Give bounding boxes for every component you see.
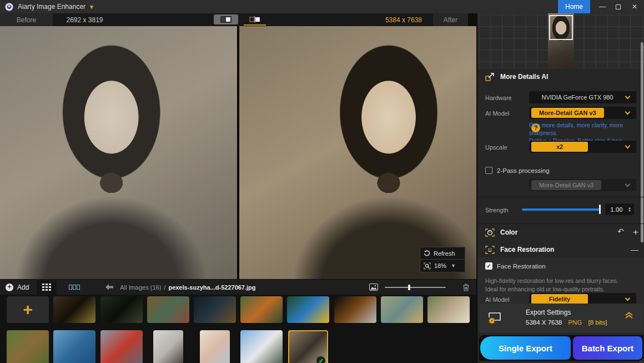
thumbnail-cell bbox=[285, 296, 331, 323]
two-pass-checkbox[interactable] bbox=[485, 167, 492, 174]
hardware-value: NVIDIA GeForce GTX 980 bbox=[529, 94, 626, 101]
breadcrumb[interactable]: All Images (16) bbox=[120, 284, 161, 291]
before-label: Before bbox=[0, 13, 53, 26]
face-restoration-header[interactable]: Face Restoration — bbox=[477, 242, 644, 257]
thumbnail-cell-empty bbox=[425, 330, 472, 363]
thumbnail-cell bbox=[238, 330, 285, 363]
two-pass-chevron-down-icon bbox=[625, 181, 631, 187]
refresh-label: Refresh bbox=[434, 250, 455, 257]
face-collapse-icon[interactable]: — bbox=[631, 245, 638, 254]
thumbnail-size-icon bbox=[369, 284, 378, 291]
delete-image-icon[interactable] bbox=[462, 284, 470, 291]
thumb-beaded-butterfly[interactable] bbox=[334, 296, 376, 323]
single-export-button[interactable]: Single Export bbox=[480, 336, 571, 360]
strength-value-box[interactable]: 1.00 ▲▼ bbox=[605, 203, 634, 215]
minimize-button[interactable]: — bbox=[595, 0, 610, 13]
thumbnail-cell: ✓ bbox=[285, 330, 331, 363]
strength-slider[interactable] bbox=[522, 208, 601, 211]
face-restoration-checkbox[interactable]: ✓ bbox=[485, 262, 492, 270]
thumb-sea-ship[interactable] bbox=[53, 330, 95, 363]
thumbnail-cell bbox=[238, 296, 285, 323]
color-undo-icon[interactable]: ↶ bbox=[617, 227, 624, 238]
export-settings-summary: 5384 X 7638 PNG [8 bits] bbox=[526, 319, 607, 326]
color-expand-icon[interactable]: + bbox=[633, 227, 638, 238]
batch-export-button[interactable]: Batch Export bbox=[573, 336, 642, 360]
thumb-highland-cow[interactable] bbox=[7, 330, 49, 363]
upscale-chevron-down-icon bbox=[625, 143, 631, 148]
thumbnail-cell bbox=[192, 296, 238, 323]
thumb-boy-plaid[interactable] bbox=[240, 296, 283, 323]
zoom-magnifier-icon bbox=[424, 262, 431, 270]
two-pass-row: 2-Pass processing bbox=[485, 167, 550, 174]
grid-view-button[interactable] bbox=[37, 280, 57, 295]
ai-model-label: AI Model bbox=[485, 110, 509, 117]
face-restoration-row: ✓ Face Restoration bbox=[485, 262, 546, 270]
selected-check-icon: ✓ bbox=[316, 356, 325, 363]
export-settings-title: Export Settings bbox=[526, 309, 571, 316]
image-canvas[interactable]: Refresh 18% ▼ bbox=[0, 26, 476, 279]
thumb-dark-mountains[interactable] bbox=[100, 296, 143, 323]
export-buttons: Single Export Batch Export bbox=[479, 335, 643, 361]
thumb-lake-lights[interactable] bbox=[194, 296, 236, 323]
thumbnail-size-slider[interactable] bbox=[385, 284, 446, 291]
add-image-button[interactable]: + Add bbox=[6, 284, 29, 291]
thumb-street-red-truck[interactable] bbox=[100, 330, 143, 363]
filmstrip-view-button[interactable] bbox=[64, 280, 84, 295]
thumb-macaw-parrot[interactable] bbox=[287, 296, 329, 323]
thumb-antler-pose[interactable] bbox=[153, 330, 183, 363]
thumb-three-girls[interactable] bbox=[427, 296, 470, 323]
strength-row: 1.00 ▲▼ bbox=[477, 203, 644, 216]
strength-stepper[interactable]: ▲▼ bbox=[628, 207, 631, 212]
hardware-label: Hardware bbox=[485, 95, 512, 101]
close-button[interactable]: ✕ bbox=[627, 0, 642, 13]
navigator-selection-box[interactable] bbox=[549, 15, 573, 40]
color-section-header[interactable]: Color ↶ + bbox=[477, 225, 644, 240]
hardware-chevron-down-icon bbox=[625, 93, 631, 99]
refresh-button[interactable]: Refresh bbox=[420, 247, 465, 260]
add-label: Add bbox=[17, 284, 29, 291]
maximize-button[interactable] bbox=[611, 0, 625, 13]
side-by-side-view-button[interactable] bbox=[214, 14, 238, 24]
strength-value: 1.00 bbox=[605, 206, 628, 213]
navigator-strip[interactable] bbox=[477, 13, 644, 69]
before-image[interactable] bbox=[0, 26, 237, 279]
plus-circle-icon: + bbox=[6, 284, 13, 291]
window-resize-grip[interactable] bbox=[638, 357, 643, 362]
grid-view-icon bbox=[42, 284, 51, 291]
app-title: Aiarty Image Enhancer bbox=[18, 3, 85, 11]
strength-slider-handle[interactable] bbox=[599, 205, 601, 214]
thumbnail-cell bbox=[331, 296, 378, 323]
compare-bar: Before 2692 x 3819 5384 x 7638 After bbox=[0, 13, 476, 26]
thumb-vintage-balloons[interactable] bbox=[200, 330, 230, 363]
face-model-value-pill: Fidelity bbox=[531, 294, 588, 304]
export-settings-icon bbox=[487, 311, 504, 325]
upscale-label: Upscale bbox=[485, 144, 507, 151]
after-image[interactable] bbox=[239, 26, 476, 279]
ai-model-dropdown[interactable]: More-Detail GAN v3 bbox=[529, 107, 636, 119]
export-collapse-chevrons-icon[interactable] bbox=[625, 311, 633, 319]
title-bar: Aiarty Image Enhancer ▼ Home — ✕ bbox=[0, 0, 644, 13]
home-button[interactable]: Home bbox=[558, 0, 590, 13]
settings-panel: More Details AI Hardware NVIDIA GeForce … bbox=[476, 13, 644, 363]
thumb-landscape-painting[interactable] bbox=[381, 296, 423, 323]
thumb-car-snow[interactable] bbox=[240, 330, 283, 363]
upscale-dropdown[interactable]: x2 bbox=[529, 141, 636, 153]
thumbnail-cell bbox=[379, 296, 425, 323]
compare-bar-cap bbox=[468, 13, 476, 26]
two-pass-model-pill: More-Detail GAN v3 bbox=[531, 180, 601, 190]
split-view-button[interactable] bbox=[243, 14, 267, 24]
back-arrow-icon[interactable] bbox=[105, 284, 113, 290]
thumbnail-cell bbox=[145, 330, 192, 363]
zoom-control[interactable]: 18% ▼ bbox=[420, 260, 465, 272]
export-dimensions: 5384 X 7638 bbox=[526, 319, 562, 326]
thumb-butterfly[interactable] bbox=[53, 296, 95, 323]
slider-handle[interactable] bbox=[408, 285, 410, 290]
export-settings-card[interactable]: Export Settings 5384 X 7638 PNG [8 bits] bbox=[479, 304, 643, 333]
app-menu-chevron-down-icon[interactable]: ▼ bbox=[89, 4, 94, 10]
add-image-tile[interactable]: + bbox=[7, 296, 49, 323]
hardware-dropdown[interactable]: NVIDIA GeForce GTX 980 bbox=[529, 91, 636, 103]
thumbnail-cell bbox=[98, 296, 144, 323]
thumb-photo-collage[interactable] bbox=[147, 296, 189, 323]
thumb-selected-portrait[interactable]: ✓ bbox=[288, 330, 328, 363]
color-section-title: Color bbox=[500, 228, 517, 236]
